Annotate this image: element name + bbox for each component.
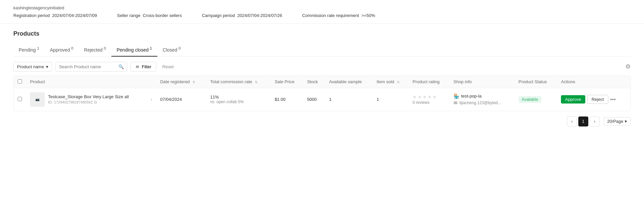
search-input[interactable]	[56, 62, 116, 71]
product-name: Testcase_Storage Box Very Large Size all	[48, 94, 147, 99]
sale-price-cell: $1.00	[270, 88, 303, 111]
approve-button[interactable]: Approve	[561, 95, 585, 104]
star-rating: ★ ★ ★ ★ ★	[413, 94, 446, 100]
actions-cell: Approve Reject •••	[557, 88, 630, 111]
item-sold-cell: 1	[373, 88, 409, 111]
commission-main: 11%	[210, 95, 266, 100]
filter-label: Filter	[142, 64, 151, 69]
settings-icon[interactable]: ⚙	[625, 63, 631, 70]
reset-button[interactable]: Reset	[160, 62, 176, 71]
row-checkbox-cell	[14, 88, 26, 111]
campaign-period: Campaign period 2024/07/04-2024/07/26	[202, 13, 282, 18]
col-product: Product	[26, 76, 156, 88]
col-date-registered[interactable]: Date registered ⇅	[156, 76, 206, 88]
commission-sub: vs. open collab 5%	[210, 100, 266, 104]
next-page-button[interactable]: ›	[590, 116, 600, 126]
tab-rejected[interactable]: Rejected 0	[79, 43, 111, 57]
commission-label: Commission rate requirement	[302, 13, 359, 18]
filter-icon: ⛭	[135, 64, 140, 69]
more-actions-button[interactable]: •••	[610, 97, 616, 103]
page-wrapper: kashingtestagencyinitiated Registration …	[0, 0, 644, 219]
col-product-status: Product Status	[515, 76, 557, 88]
product-cell: 📷 Testcase_Storage Box Very Large Size a…	[26, 88, 156, 111]
filter-bar: Product name ▾ 🔍 ⛭ Filter Reset ⚙	[13, 57, 631, 76]
shop-store-icon: 🏪	[454, 94, 459, 99]
select-all-checkbox[interactable]	[18, 79, 22, 84]
search-icon: 🔍	[118, 64, 124, 69]
reviews-count: 0 reviews	[413, 100, 446, 105]
registration-period-label: Registration period	[13, 13, 50, 18]
col-commission-rate[interactable]: Total commission rate ⇅	[206, 76, 270, 88]
shop-email-text: lijiacheng.123@byted...	[460, 101, 501, 105]
page-1-button[interactable]: 1	[578, 116, 588, 126]
filter-button[interactable]: ⛭ Filter	[130, 62, 156, 72]
available-sample-cell: 1	[325, 88, 373, 111]
table-header-row: Product Date registered ⇅ Total commissi…	[14, 76, 630, 88]
registration-period-value: 2024/07/04-2024/07/09	[52, 13, 97, 18]
col-shop-info: Shop info	[450, 76, 515, 88]
products-table-wrap: Product Date registered ⇅ Total commissi…	[13, 76, 631, 111]
col-stock: Stock	[303, 76, 325, 88]
campaign-period-value: 2024/07/04-2024/07/26	[237, 13, 282, 18]
commission-requirement: Commission rate requirement >=50%	[302, 13, 375, 18]
sort-icon-2: ⇅	[255, 80, 257, 84]
actions-cell-inner: Approve Reject •••	[561, 95, 626, 104]
per-page-label: 20/Page	[607, 119, 623, 124]
search-button[interactable]: 🔍	[116, 62, 127, 71]
registration-period: Registration period 2024/07/04-2024/07/0…	[13, 13, 97, 18]
chevron-down-icon: ▾	[46, 64, 48, 69]
email-icon: ✉	[454, 100, 458, 106]
product-id-value: 1729402798297485562	[54, 100, 93, 104]
star-5: ★	[433, 94, 437, 100]
products-tabs: Pending 1 Approved 0 Rejected 0 Pending …	[13, 43, 631, 57]
row-checkbox[interactable]	[18, 97, 22, 101]
copy-icon[interactable]: ⧉	[94, 100, 97, 105]
product-thumbnail: 📷	[30, 92, 45, 107]
col-available-sample: Available sample	[325, 76, 373, 88]
prev-page-button[interactable]: ‹	[567, 116, 577, 126]
col-item-sold[interactable]: Item sold ⇅	[373, 76, 409, 88]
meta-info-grid: Registration period 2024/07/04-2024/07/0…	[13, 13, 631, 18]
tab-closed[interactable]: Closed 0	[157, 43, 186, 57]
sort-icon-3: ⇅	[397, 80, 400, 84]
agency-name: kashingtestagencyinitiated	[13, 5, 631, 10]
seller-range: Seller range Cross-border sellers	[117, 13, 182, 18]
top-info: kashingtestagencyinitiated Registration …	[0, 0, 644, 24]
products-table: Product Date registered ⇅ Total commissi…	[14, 76, 630, 111]
products-section: Products Pending 1 Approved 0 Rejected 0…	[0, 24, 644, 134]
per-page-select[interactable]: 20/Page ▾	[604, 117, 631, 125]
sort-icon: ⇅	[192, 80, 195, 84]
search-input-wrap: 🔍	[55, 62, 127, 72]
product-cell-inner: 📷 Testcase_Storage Box Very Large Size a…	[30, 92, 152, 107]
tab-pending[interactable]: Pending 1	[13, 43, 45, 57]
campaign-period-label: Campaign period	[202, 13, 235, 18]
product-status-cell: Available	[515, 88, 557, 111]
star-3: ★	[423, 94, 427, 100]
per-page-chevron-icon: ▾	[625, 119, 627, 124]
product-name-filter[interactable]: Product name ▾	[13, 62, 52, 72]
seller-range-value: Cross-border sellers	[143, 13, 182, 18]
reject-button[interactable]: Reject	[587, 95, 608, 104]
shop-name-text: test-pop-la	[461, 94, 482, 99]
select-all-header	[14, 76, 26, 88]
stock-cell: 5000	[303, 88, 325, 111]
shop-email: ✉ lijiacheng.123@byted...	[454, 100, 511, 106]
tab-approved[interactable]: Approved 0	[45, 43, 79, 57]
tab-pending-closed[interactable]: Pending closed 1	[111, 43, 157, 57]
col-actions: Actions	[557, 76, 630, 88]
seller-range-label: Seller range	[117, 13, 140, 18]
shop-info-inner: 🏪 test-pop-la ✉ lijiacheng.123@byted...	[454, 94, 511, 106]
expand-arrow-icon[interactable]: ›	[151, 97, 152, 102]
col-product-rating: Product rating	[409, 76, 450, 88]
commission-rate-cell: 11% vs. open collab 5%	[206, 88, 270, 111]
shop-info-cell: 🏪 test-pop-la ✉ lijiacheng.123@byted...	[450, 88, 515, 111]
shop-name: 🏪 test-pop-la	[454, 94, 511, 99]
product-name-filter-label: Product name	[17, 64, 44, 69]
col-sale-price: Sale Price	[270, 76, 303, 88]
star-4: ★	[428, 94, 432, 100]
star-2: ★	[418, 94, 422, 100]
products-title: Products	[13, 30, 631, 37]
product-info: Testcase_Storage Box Very Large Size all…	[48, 94, 147, 105]
table-row: 📷 Testcase_Storage Box Very Large Size a…	[14, 88, 630, 111]
star-1: ★	[413, 94, 417, 100]
